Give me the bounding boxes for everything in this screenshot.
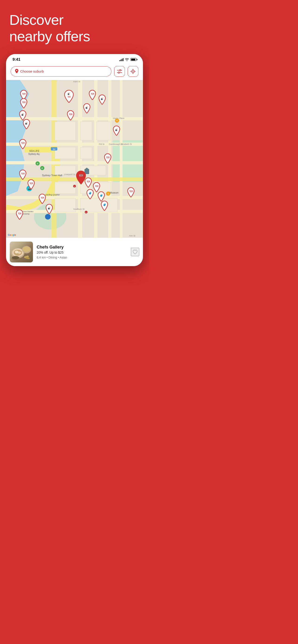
svg-text:🍽: 🍽 — [41, 196, 44, 199]
status-bar: 9:41 — [6, 54, 143, 64]
map-pin-dining-9[interactable]: 🍽 — [84, 177, 92, 188]
map-pin-dining-12[interactable]: 🍽 — [127, 187, 135, 197]
suburb-label: Choose suburb — [20, 69, 44, 73]
category: Dining — [49, 256, 57, 259]
svg-text:L: L — [86, 212, 87, 214]
wifi-icon — [125, 58, 129, 61]
map-pin-bowling-5[interactable]: 🎳 — [112, 126, 121, 136]
map-pin-bowling-4[interactable]: 🎳 — [83, 103, 91, 113]
svg-text:Darling Quarter: Darling Quarter — [46, 194, 60, 196]
svg-rect-15 — [94, 80, 98, 238]
svg-text:Liverpool St: Liverpool St — [64, 173, 75, 176]
svg-text:🍽: 🍽 — [22, 92, 25, 96]
map-pin-dining-6[interactable]: 🍽 — [104, 153, 112, 164]
map-container[interactable]: Kent St Martin Place Liverpool St Pitt S… — [6, 80, 143, 238]
hero-title: Discover nearby offers — [9, 12, 140, 45]
svg-text:Ann St: Ann St — [129, 234, 136, 237]
google-logo: Google — [8, 234, 16, 236]
restaurant-card[interactable]: Chefs Gallery 20% off. Up to $25 6.4 km … — [6, 238, 143, 266]
phone-frame: 9:41 — [6, 54, 143, 266]
svg-text:🍽: 🍽 — [95, 184, 98, 188]
svg-text:Goulburn St: Goulburn St — [73, 208, 85, 210]
map-pin-dining-13[interactable]: 🍽 — [15, 209, 24, 220]
svg-rect-35 — [55, 198, 76, 212]
map-pin-hotel-3[interactable]: 🧳 — [100, 200, 109, 211]
svg-point-102 — [23, 246, 30, 252]
toolbar: Choose suburb — [6, 64, 143, 80]
svg-text:T: T — [116, 120, 118, 122]
svg-point-5 — [133, 71, 133, 72]
svg-rect-27 — [80, 147, 92, 159]
map-pin-dining-2[interactable]: 🍽 — [20, 98, 28, 108]
svg-rect-24 — [55, 122, 76, 140]
restaurant-offer: 20% off. Up to $25 — [37, 250, 127, 254]
svg-rect-26 — [55, 147, 76, 159]
svg-text:🍽: 🍽 — [21, 172, 24, 175]
separator-2: • — [58, 256, 59, 259]
svg-text:🍽: 🍽 — [79, 174, 83, 177]
map-pin-hotel-2[interactable]: 🧳 — [97, 191, 105, 202]
svg-text:L: L — [74, 186, 75, 188]
svg-text:🍽: 🍽 — [91, 92, 94, 96]
map-pin-bowling-3[interactable]: 🎳 — [98, 94, 106, 104]
svg-text:Elizabeth St: Elizabeth St — [121, 143, 132, 145]
svg-text:F: F — [42, 167, 43, 170]
svg-text:Museum: Museum — [110, 192, 118, 194]
svg-text:🎳: 🎳 — [67, 92, 71, 95]
map-pin-dining-11[interactable]: 🍽 — [38, 194, 47, 204]
svg-rect-17 — [120, 80, 123, 238]
svg-text:SEA LIFE: SEA LIFE — [29, 150, 40, 152]
map-pin-bowling-2[interactable]: 🎳 — [22, 119, 31, 129]
svg-text:Sydney Aq.: Sydney Aq. — [28, 153, 40, 155]
map-pin-bowling-6[interactable]: 🎳 — [45, 204, 53, 214]
map-pin-dining-3[interactable]: 🍽 — [88, 90, 97, 100]
crosshair-icon — [130, 69, 136, 74]
svg-text:Kent St: Kent St — [73, 80, 80, 83]
svg-text:🎳: 🎳 — [115, 128, 118, 131]
map-pin-combo-1[interactable]: 🎳🍽 — [64, 90, 74, 103]
map-pin-hotel-1[interactable]: 🧳 — [86, 189, 94, 199]
separator-1: • — [47, 256, 49, 259]
cuisine: Asian — [60, 256, 67, 259]
map-pin-dining-5[interactable]: 🍽 — [19, 139, 27, 149]
svg-rect-104 — [25, 257, 30, 259]
svg-text:🍽: 🍽 — [87, 180, 90, 183]
battery-icon — [130, 58, 136, 61]
svg-text:Martin Place: Martin Place — [113, 117, 124, 120]
map-pin-dining-8[interactable]: 🍽 — [27, 179, 35, 190]
map-pin-dining-7[interactable]: 🍽 — [19, 170, 27, 180]
svg-point-3 — [118, 72, 120, 73]
svg-text:A4: A4 — [53, 148, 56, 150]
filter-button[interactable] — [114, 66, 125, 77]
svg-text:🧳: 🧳 — [103, 203, 106, 206]
svg-point-62 — [45, 214, 51, 220]
svg-text:Sydney Town Hall: Sydney Town Hall — [42, 174, 62, 177]
choose-suburb-button[interactable]: Choose suburb — [11, 66, 111, 76]
svg-text:🎳: 🎳 — [21, 112, 25, 116]
heart-icon — [132, 249, 138, 255]
hero-section: Discover nearby offers — [0, 0, 149, 54]
favorite-button[interactable] — [131, 248, 139, 256]
svg-text:🎳: 🎳 — [85, 106, 89, 109]
svg-text:🎳: 🎳 — [48, 206, 51, 210]
restaurant-info: Chefs Gallery 20% off. Up to $25 6.4 km … — [37, 245, 127, 259]
svg-text:Pitt St: Pitt St — [99, 143, 105, 145]
svg-point-100 — [18, 252, 21, 254]
svg-text:🧳: 🧳 — [100, 194, 103, 197]
svg-text:🍽: 🍽 — [106, 156, 109, 159]
status-time: 9:41 — [13, 57, 21, 62]
status-icons — [119, 58, 136, 61]
map-pin-dining-4[interactable]: 🍽 — [66, 110, 75, 120]
svg-rect-25 — [80, 122, 92, 140]
svg-text:🍽: 🍽 — [21, 141, 24, 145]
restaurant-image — [10, 242, 33, 262]
svg-text:🎳: 🎳 — [25, 121, 28, 125]
svg-text:F: F — [37, 162, 38, 165]
svg-rect-30 — [55, 182, 76, 194]
svg-text:🍽: 🍽 — [30, 182, 33, 185]
svg-text:T: T — [107, 193, 109, 195]
svg-text:🍽: 🍽 — [69, 112, 72, 116]
svg-text:🍽: 🍽 — [68, 95, 70, 98]
location-button[interactable] — [128, 66, 138, 77]
svg-text:🧳: 🧳 — [88, 191, 92, 195]
